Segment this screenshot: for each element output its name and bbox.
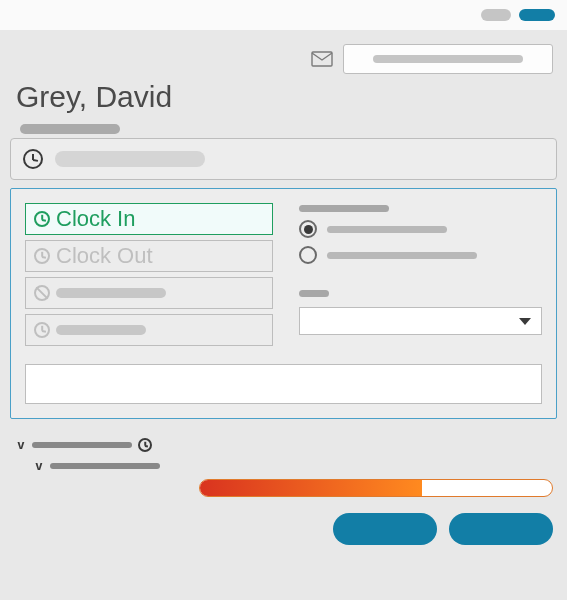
time-entry-button[interactable] [25, 314, 273, 346]
ban-icon [34, 285, 50, 301]
app-window: Grey, David Clock In Clock Out [0, 0, 567, 600]
radio-option-1[interactable] [299, 220, 542, 238]
actions-list: Clock In Clock Out [25, 203, 273, 346]
footer-primary-button[interactable] [449, 513, 553, 545]
select-label [299, 290, 329, 297]
main-panel: Clock In Clock Out [10, 188, 557, 419]
search-placeholder [373, 55, 523, 63]
chevron-down-icon [519, 318, 531, 325]
clock-icon [138, 438, 152, 452]
mail-icon[interactable] [311, 51, 333, 67]
footer-buttons [0, 497, 567, 555]
action-label [56, 288, 166, 298]
progress-container [14, 479, 553, 497]
tree-section: v v [16, 437, 551, 473]
tab-label [55, 151, 205, 167]
clock-icon [34, 248, 50, 264]
cancel-button[interactable] [25, 277, 273, 309]
footer-secondary-button[interactable] [333, 513, 437, 545]
radio-option-2[interactable] [299, 246, 542, 264]
expand-icon: v [34, 458, 44, 473]
progress-fill [200, 480, 422, 496]
clock-icon [34, 211, 50, 227]
action-label: Clock Out [56, 243, 153, 269]
search-input[interactable] [343, 44, 553, 74]
tab-panel [10, 138, 557, 180]
clock-icon [23, 149, 43, 169]
tree-child[interactable]: v [34, 458, 551, 473]
page-title: Grey, David [0, 80, 567, 124]
titlebar [0, 0, 567, 30]
tree-child-label [50, 463, 160, 469]
action-label: Clock In [56, 206, 135, 232]
options-panel [299, 203, 542, 346]
radio-label [327, 226, 447, 233]
dropdown[interactable] [299, 307, 542, 335]
tree-parent-label [32, 442, 132, 448]
options-section-label [299, 205, 389, 212]
progress-bar [199, 479, 553, 497]
toolbar [0, 30, 567, 80]
clock-in-button[interactable]: Clock In [25, 203, 273, 235]
tab-handle[interactable] [20, 124, 120, 134]
radio-icon [299, 246, 317, 264]
clock-out-button[interactable]: Clock Out [25, 240, 273, 272]
action-label [56, 325, 146, 335]
svg-rect-0 [312, 52, 332, 66]
radio-icon [299, 220, 317, 238]
tree-parent[interactable]: v [16, 437, 551, 452]
radio-label [327, 252, 477, 259]
window-control-grey[interactable] [481, 9, 511, 21]
window-control-blue[interactable] [519, 9, 555, 21]
note-input[interactable] [25, 364, 542, 404]
expand-icon: v [16, 437, 26, 452]
tab-strip [10, 124, 557, 180]
clock-icon [34, 322, 50, 338]
